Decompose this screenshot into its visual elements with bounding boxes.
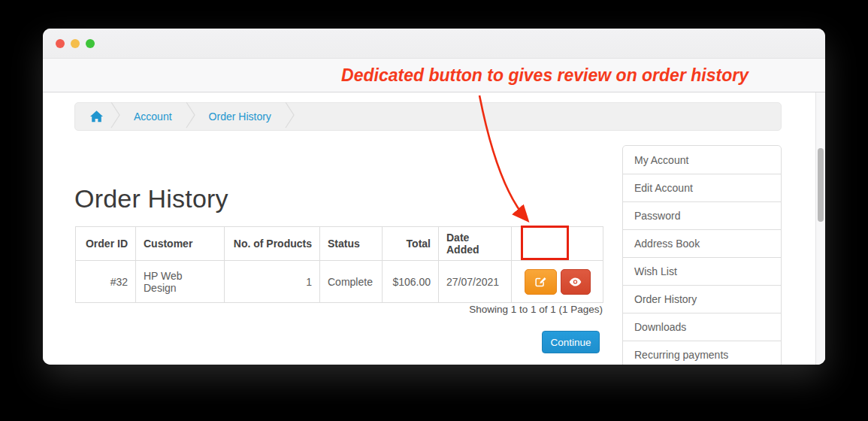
- minimize-button[interactable]: [71, 39, 80, 48]
- cell-products: 1: [225, 261, 320, 303]
- breadcrumb-home-link[interactable]: [90, 111, 103, 123]
- pagination-summary: Showing 1 to 1 of 1 (1 Pages): [75, 304, 603, 315]
- view-order-button[interactable]: [561, 269, 591, 295]
- order-history-table: Order ID Customer No. of Products Status…: [75, 226, 603, 303]
- sidebar-item-recurring-payments[interactable]: Recurring payments: [623, 341, 781, 365]
- cell-total: $106.00: [383, 261, 439, 303]
- cell-status: Complete: [320, 261, 383, 303]
- header-customer: Customer: [136, 227, 225, 261]
- pencil-square-icon: [534, 275, 547, 289]
- cell-actions: [512, 261, 603, 303]
- header-products: No. of Products: [225, 227, 320, 261]
- sidebar-item-my-account[interactable]: My Account: [623, 146, 781, 174]
- chevron-right-icon: [186, 101, 195, 132]
- breadcrumb-order-history-link[interactable]: Order History: [195, 111, 285, 123]
- app-window: Dedicated button to gives review on orde…: [43, 29, 825, 365]
- chevron-right-icon: [110, 101, 120, 132]
- scrollbar-track[interactable]: [815, 92, 825, 365]
- account-sidebar: My Account Edit Account Password Address…: [622, 145, 782, 365]
- table-header-row: Order ID Customer No. of Products Status…: [76, 227, 603, 261]
- sidebar-item-wish-list[interactable]: Wish List: [623, 257, 781, 285]
- breadcrumb-account-link[interactable]: Account: [120, 111, 186, 123]
- sidebar-item-password[interactable]: Password: [623, 201, 781, 229]
- chevron-right-icon: [285, 101, 295, 132]
- table-row: #32 HP Web Design 1 Complete $106.00 27/…: [76, 261, 603, 303]
- cell-order-id: #32: [76, 261, 136, 303]
- sidebar-item-downloads[interactable]: Downloads: [623, 313, 781, 341]
- eye-icon: [569, 277, 582, 287]
- continue-button[interactable]: Continue: [542, 331, 600, 353]
- cell-date-added: 27/07/2021: [439, 261, 512, 303]
- sidebar-item-edit-account[interactable]: Edit Account: [623, 174, 781, 201]
- window-titlebar: [43, 29, 825, 59]
- header-total: Total: [383, 227, 439, 261]
- annotation-text: Dedicated button to gives review on orde…: [341, 65, 749, 86]
- zoom-button[interactable]: [86, 39, 95, 48]
- header-status: Status: [320, 227, 383, 261]
- header-actions: [512, 227, 603, 261]
- cell-customer: HP Web Design: [136, 261, 225, 303]
- scrollbar-thumb[interactable]: [818, 148, 824, 222]
- breadcrumb: Account Order History: [74, 102, 782, 131]
- review-order-button[interactable]: [525, 269, 557, 295]
- home-icon: [90, 111, 103, 123]
- close-button[interactable]: [56, 39, 65, 48]
- page-title: Order History: [74, 184, 228, 214]
- header-order-id: Order ID: [76, 227, 136, 261]
- sidebar-item-order-history[interactable]: Order History: [623, 285, 781, 313]
- sidebar-item-address-book[interactable]: Address Book: [623, 229, 781, 257]
- page-content: Account Order History Order History Orde…: [43, 92, 825, 365]
- header-date-added: Date Added: [439, 227, 512, 261]
- annotation-bar: Dedicated button to gives review on orde…: [43, 59, 825, 92]
